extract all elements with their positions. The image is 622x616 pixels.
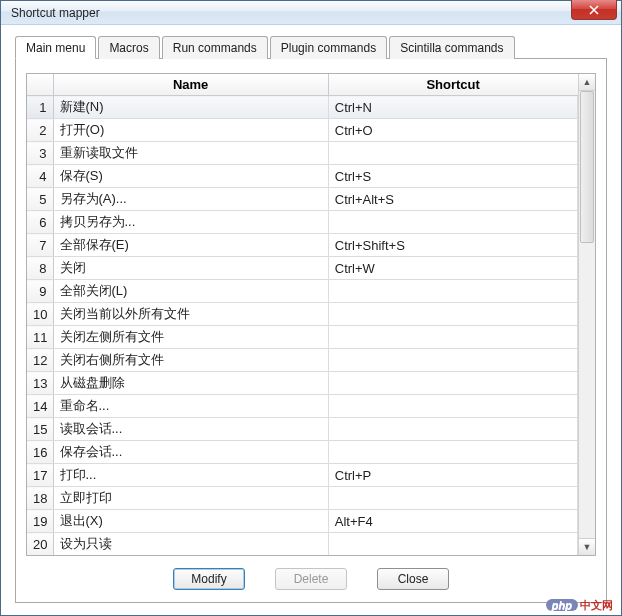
cell-shortcut bbox=[328, 142, 577, 165]
cell-shortcut: Ctrl+P bbox=[328, 464, 577, 487]
table-row[interactable]: 9全部关闭(L) bbox=[27, 280, 578, 303]
scroll-down-arrow-icon[interactable]: ▼ bbox=[579, 538, 595, 555]
row-number: 9 bbox=[27, 280, 53, 303]
cell-name: 从磁盘删除 bbox=[53, 372, 328, 395]
cell-name: 关闭当前以外所有文件 bbox=[53, 303, 328, 326]
table-row[interactable]: 19退出(X)Alt+F4 bbox=[27, 510, 578, 533]
cell-name: 保存(S) bbox=[53, 165, 328, 188]
scroll-thumb[interactable] bbox=[580, 91, 594, 243]
table-row[interactable]: 11关闭左侧所有文件 bbox=[27, 326, 578, 349]
table-row[interactable]: 8关闭Ctrl+W bbox=[27, 257, 578, 280]
shortcut-mapper-window: Shortcut mapper Main menuMacrosRun comma… bbox=[0, 0, 622, 616]
tabs: Main menuMacrosRun commandsPlugin comman… bbox=[15, 35, 607, 58]
cell-shortcut bbox=[328, 372, 577, 395]
cell-name: 设为只读 bbox=[53, 533, 328, 556]
row-number: 7 bbox=[27, 234, 53, 257]
cell-name: 全部保存(E) bbox=[53, 234, 328, 257]
cell-shortcut bbox=[328, 280, 577, 303]
col-header-shortcut[interactable]: Shortcut bbox=[328, 74, 577, 96]
row-number: 3 bbox=[27, 142, 53, 165]
window-close-button[interactable] bbox=[571, 0, 617, 20]
shortcut-table-scroll: Name Shortcut 1新建(N)Ctrl+N2打开(O)Ctrl+O3重… bbox=[27, 74, 578, 555]
table-row[interactable]: 7全部保存(E)Ctrl+Shift+S bbox=[27, 234, 578, 257]
table-row[interactable]: 2打开(O)Ctrl+O bbox=[27, 119, 578, 142]
cell-name: 打印... bbox=[53, 464, 328, 487]
cell-shortcut bbox=[328, 395, 577, 418]
col-header-num[interactable] bbox=[27, 74, 53, 96]
table-row[interactable]: 12关闭右侧所有文件 bbox=[27, 349, 578, 372]
titlebar[interactable]: Shortcut mapper bbox=[1, 1, 621, 25]
tab-run-commands[interactable]: Run commands bbox=[162, 36, 268, 59]
row-number: 20 bbox=[27, 533, 53, 556]
cell-name: 关闭左侧所有文件 bbox=[53, 326, 328, 349]
button-row: Modify Delete Close bbox=[26, 568, 596, 590]
cell-shortcut: Ctrl+W bbox=[328, 257, 577, 280]
cell-shortcut bbox=[328, 418, 577, 441]
close-icon bbox=[589, 5, 599, 15]
row-number: 17 bbox=[27, 464, 53, 487]
row-number: 16 bbox=[27, 441, 53, 464]
cell-name: 拷贝另存为... bbox=[53, 211, 328, 234]
tab-panel: Name Shortcut 1新建(N)Ctrl+N2打开(O)Ctrl+O3重… bbox=[15, 58, 607, 603]
table-row[interactable]: 1新建(N)Ctrl+N bbox=[27, 96, 578, 119]
tab-plugin-commands[interactable]: Plugin commands bbox=[270, 36, 387, 59]
vertical-scrollbar[interactable]: ▲ ▼ bbox=[578, 74, 595, 555]
table-row[interactable]: 5另存为(A)...Ctrl+Alt+S bbox=[27, 188, 578, 211]
row-number: 19 bbox=[27, 510, 53, 533]
row-number: 2 bbox=[27, 119, 53, 142]
watermark-badge: php bbox=[546, 599, 578, 611]
scroll-up-arrow-icon[interactable]: ▲ bbox=[579, 74, 595, 91]
tab-scintilla-commands[interactable]: Scintilla commands bbox=[389, 36, 514, 59]
cell-shortcut bbox=[328, 441, 577, 464]
row-number: 5 bbox=[27, 188, 53, 211]
cell-shortcut bbox=[328, 349, 577, 372]
row-number: 18 bbox=[27, 487, 53, 510]
cell-shortcut: Alt+F4 bbox=[328, 510, 577, 533]
table-row[interactable]: 6拷贝另存为... bbox=[27, 211, 578, 234]
row-number: 1 bbox=[27, 96, 53, 119]
cell-shortcut bbox=[328, 211, 577, 234]
cell-shortcut: Ctrl+O bbox=[328, 119, 577, 142]
delete-button: Delete bbox=[275, 568, 347, 590]
cell-shortcut bbox=[328, 487, 577, 510]
dialog-content: Main menuMacrosRun commandsPlugin comman… bbox=[1, 25, 621, 615]
cell-name: 全部关闭(L) bbox=[53, 280, 328, 303]
table-row[interactable]: 13从磁盘删除 bbox=[27, 372, 578, 395]
cell-name: 保存会话... bbox=[53, 441, 328, 464]
cell-name: 关闭右侧所有文件 bbox=[53, 349, 328, 372]
close-button[interactable]: Close bbox=[377, 568, 449, 590]
col-header-name[interactable]: Name bbox=[53, 74, 328, 96]
row-number: 6 bbox=[27, 211, 53, 234]
table-header-row: Name Shortcut bbox=[27, 74, 578, 96]
window-title: Shortcut mapper bbox=[11, 6, 100, 20]
cell-name: 退出(X) bbox=[53, 510, 328, 533]
scroll-track[interactable] bbox=[579, 91, 595, 538]
table-row[interactable]: 14重命名... bbox=[27, 395, 578, 418]
table-row[interactable]: 3重新读取文件 bbox=[27, 142, 578, 165]
table-row[interactable]: 4保存(S)Ctrl+S bbox=[27, 165, 578, 188]
row-number: 8 bbox=[27, 257, 53, 280]
watermark: php中文网 bbox=[546, 598, 613, 613]
cell-name: 立即打印 bbox=[53, 487, 328, 510]
table-row[interactable]: 18立即打印 bbox=[27, 487, 578, 510]
cell-shortcut: Ctrl+Alt+S bbox=[328, 188, 577, 211]
table-row[interactable]: 17打印...Ctrl+P bbox=[27, 464, 578, 487]
shortcut-table-wrap: Name Shortcut 1新建(N)Ctrl+N2打开(O)Ctrl+O3重… bbox=[26, 73, 596, 556]
row-number: 13 bbox=[27, 372, 53, 395]
table-row[interactable]: 20设为只读 bbox=[27, 533, 578, 556]
table-body: 1新建(N)Ctrl+N2打开(O)Ctrl+O3重新读取文件4保存(S)Ctr… bbox=[27, 96, 578, 556]
table-row[interactable]: 10关闭当前以外所有文件 bbox=[27, 303, 578, 326]
cell-name: 重命名... bbox=[53, 395, 328, 418]
row-number: 12 bbox=[27, 349, 53, 372]
cell-name: 重新读取文件 bbox=[53, 142, 328, 165]
table-row[interactable]: 16保存会话... bbox=[27, 441, 578, 464]
table-row[interactable]: 15读取会话... bbox=[27, 418, 578, 441]
row-number: 15 bbox=[27, 418, 53, 441]
row-number: 14 bbox=[27, 395, 53, 418]
tab-main-menu[interactable]: Main menu bbox=[15, 36, 96, 59]
shortcut-table: Name Shortcut 1新建(N)Ctrl+N2打开(O)Ctrl+O3重… bbox=[27, 74, 578, 555]
watermark-text: 中文网 bbox=[580, 599, 613, 611]
cell-shortcut bbox=[328, 303, 577, 326]
tab-macros[interactable]: Macros bbox=[98, 36, 159, 59]
modify-button[interactable]: Modify bbox=[173, 568, 245, 590]
